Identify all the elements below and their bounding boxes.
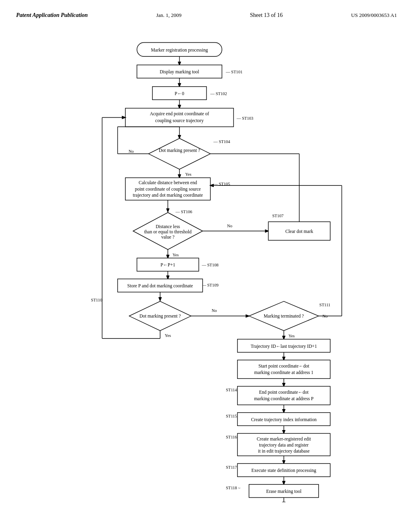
svg-text:it in edit trajectory database: it in edit trajectory database: [258, 449, 310, 454]
svg-text:— ST104: — ST104: [213, 139, 230, 144]
svg-rect-23: [125, 178, 211, 200]
patent-number: US 2009/0003653 A1: [351, 12, 397, 19]
flowchart-diagram: Marker registration processing Display m…: [25, 39, 388, 502]
svg-text:ST116 ~: ST116 ~: [226, 435, 240, 439]
svg-text:Yes: Yes: [165, 333, 171, 338]
svg-rect-101: [249, 484, 319, 498]
svg-text:marking coordinate at address : marking coordinate at address P: [254, 396, 314, 401]
svg-rect-0: [137, 43, 222, 56]
svg-text:trajectory data and register: trajectory data and register: [259, 443, 309, 448]
svg-text:Marker registration processing: Marker registration processing: [151, 48, 208, 53]
svg-text:Marking terminated ?: Marking terminated ?: [264, 314, 304, 319]
svg-text:— ST101: — ST101: [225, 70, 242, 74]
svg-text:— ST105: — ST105: [213, 182, 230, 186]
svg-text:ST114 ~: ST114 ~: [226, 388, 240, 392]
svg-text:ST118 ~: ST118 ~: [226, 486, 240, 490]
svg-text:Execute state definition proce: Execute state definition processing: [251, 468, 316, 473]
svg-text:Trajectory ID←last trajectory : Trajectory ID←last trajectory ID+1: [251, 344, 317, 349]
svg-text:Acquire end point coordinate o: Acquire end point coordinate of: [150, 111, 209, 116]
svg-text:Clear dot mark: Clear dot mark: [286, 229, 313, 234]
svg-rect-50: [118, 279, 203, 292]
svg-text:Dot marking present ?: Dot marking present ?: [159, 148, 200, 153]
svg-text:No: No: [227, 224, 232, 228]
svg-text:Erase marking tool: Erase marking tool: [266, 489, 302, 494]
svg-text:No: No: [323, 314, 328, 318]
svg-text:Distance less: Distance less: [156, 224, 180, 229]
svg-text:value ?: value ?: [161, 235, 175, 239]
svg-rect-3: [137, 65, 222, 78]
svg-rect-11: [125, 108, 234, 127]
svg-text:No: No: [212, 309, 217, 313]
svg-text:P←P+1: P←P+1: [161, 262, 175, 267]
svg-text:— ST108: — ST108: [202, 263, 219, 267]
svg-text:trajectory and dot marking coo: trajectory and dot marking coordinate: [133, 193, 203, 198]
svg-rect-97: [238, 463, 330, 477]
svg-text:ST110: ST110: [91, 298, 102, 302]
svg-text:Yes: Yes: [185, 172, 191, 177]
svg-text:Start point coordinate←dot: Start point coordinate←dot: [259, 364, 310, 369]
svg-text:No: No: [129, 149, 134, 154]
svg-text:point coordinate of coupling s: point coordinate of coupling source: [135, 187, 201, 192]
svg-text:P←0: P←0: [175, 91, 184, 96]
svg-text:Dot marking present ?: Dot marking present ?: [140, 314, 181, 319]
date-label: Jan. 1, 2009: [156, 12, 181, 19]
svg-text:— ST102: — ST102: [210, 91, 227, 96]
svg-marker-63: [249, 301, 319, 331]
svg-text:— ST106: — ST106: [175, 210, 192, 214]
svg-text:ST111: ST111: [319, 303, 330, 307]
svg-rect-35: [268, 222, 330, 240]
svg-text:coupling source trajectory: coupling source trajectory: [155, 118, 204, 123]
svg-text:than or equal to threshold: than or equal to threshold: [144, 229, 192, 235]
svg-text:ST107: ST107: [272, 214, 284, 218]
svg-text:— ST113: — ST113: [237, 362, 254, 366]
svg-text:Yes: Yes: [173, 253, 179, 258]
svg-marker-29: [133, 212, 203, 249]
svg-text:Create trajectory index inform: Create trajectory index information: [251, 417, 317, 422]
svg-rect-82: [238, 387, 330, 405]
svg-text:Yes: Yes: [288, 334, 294, 338]
svg-text:marking coordinate at address : marking coordinate at address 1: [254, 370, 313, 375]
svg-text:Display marking tool: Display marking tool: [160, 69, 199, 75]
svg-text:— ST109: — ST109: [202, 283, 219, 287]
svg-text:Create marker-registered edit: Create marker-registered edit: [257, 436, 311, 442]
svg-text:ST117 ~: ST117 ~: [226, 465, 240, 470]
svg-text:Store P and dot marking coordi: Store P and dot marking coordinate: [127, 283, 193, 289]
svg-marker-16: [148, 138, 210, 169]
page-header: Patent Application Publication Jan. 1, 2…: [16, 8, 397, 27]
svg-rect-91: [238, 433, 330, 456]
svg-text:ST115 ~: ST115 ~: [226, 414, 240, 418]
svg-rect-87: [238, 413, 330, 426]
sheet-label: Sheet 13 of 16: [250, 12, 283, 19]
svg-text:— ST112: — ST112: [237, 340, 254, 345]
svg-text:Calculate distance between end: Calculate distance between end: [139, 180, 197, 185]
page: Patent Application Publication Jan. 1, 2…: [0, 0, 413, 532]
svg-text:End point coordinate←dot: End point coordinate←dot: [259, 390, 309, 395]
svg-rect-45: [137, 258, 199, 271]
svg-rect-77: [238, 360, 330, 378]
svg-text:— ST103: — ST103: [236, 116, 253, 121]
publication-label: Patent Application Publication: [16, 12, 88, 19]
svg-marker-53: [129, 301, 191, 331]
svg-rect-7: [152, 87, 206, 100]
svg-rect-73: [238, 339, 330, 353]
